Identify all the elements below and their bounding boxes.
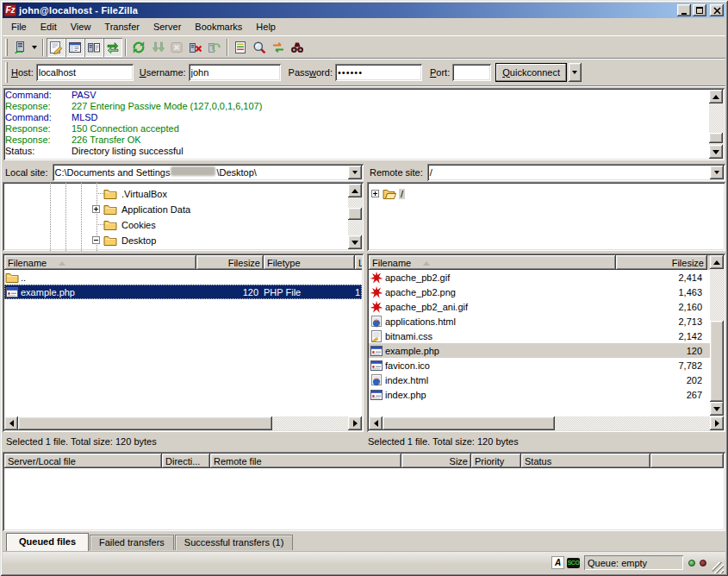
process-queue-button[interactable] [148, 38, 167, 57]
close-button[interactable] [710, 4, 724, 16]
toggle-local-tree-button[interactable] [65, 38, 84, 57]
scroll-up-button[interactable] [709, 90, 723, 103]
tab-successful-transfers-1-[interactable]: Successful transfers (1) [175, 535, 294, 550]
column-header-filesize[interactable]: Filesize [196, 255, 264, 270]
column-header-filename[interactable]: Filename [369, 255, 616, 270]
menu-edit[interactable]: Edit [34, 20, 64, 34]
local-hscrollbar[interactable] [4, 416, 362, 430]
tab-queued-files[interactable]: Queued files [6, 533, 89, 551]
password-input[interactable] [335, 64, 422, 81]
find-files-button[interactable] [288, 38, 307, 57]
filesize: 2,713 [616, 316, 707, 327]
combo-dropdown-button[interactable] [710, 166, 724, 179]
queue-column-priority[interactable]: Priority [471, 454, 521, 468]
file-row-index-html[interactable]: index.html202 [369, 373, 710, 387]
tree-item-cookies[interactable]: Cookies [92, 217, 158, 232]
scroll-up-button[interactable] [710, 255, 724, 269]
scroll-thumb[interactable] [383, 416, 555, 430]
quickconnect-bar: Host: Username: Password: Port: Quickcon… [3, 58, 725, 85]
tree-item-desktop[interactable]: Desktop [92, 233, 158, 247]
menu-help[interactable]: Help [249, 20, 283, 34]
combo-dropdown-button[interactable] [348, 166, 362, 179]
local-tree: .VirtualBoxApplication DataCookiesDeskto… [3, 182, 364, 251]
tab-failed-transfers[interactable]: Failed transfers [90, 535, 174, 550]
maximize-button[interactable] [693, 4, 706, 16]
queue-column-remote-file[interactable]: Remote file [210, 454, 401, 468]
quickconnect-button[interactable]: Quickconnect [495, 63, 567, 82]
tree-item--virtualbox[interactable]: .VirtualBox [92, 186, 169, 201]
tree-item-root[interactable]: / [371, 186, 405, 201]
collapse-icon[interactable] [92, 236, 100, 244]
cancel-operation-button[interactable] [167, 38, 186, 57]
remote-files: apache_pb2.gif2,414apache_pb2.png1,463ap… [369, 270, 710, 416]
menu-file[interactable]: File [4, 20, 34, 34]
queue-column-size[interactable]: Size [401, 454, 471, 468]
log-scrollbar[interactable] [709, 90, 723, 159]
quickconnect-grip[interactable] [5, 62, 8, 83]
column-header-filename[interactable]: Filename [4, 255, 196, 270]
toggle-transfer-queue-button[interactable] [103, 38, 122, 57]
expand-icon[interactable] [371, 190, 379, 197]
port-input[interactable] [452, 64, 491, 81]
toggle-remote-tree-button[interactable] [84, 38, 103, 57]
disconnect-button[interactable] [186, 38, 205, 57]
encryption-icon: SCO [567, 558, 580, 568]
log-line: Response:226 Transfer OK [5, 135, 725, 146]
remote-vscrollbar[interactable] [710, 255, 724, 416]
file-row-applications-html[interactable]: applications.html2,713 [369, 314, 710, 329]
refresh-button[interactable] [129, 38, 148, 57]
site-manager-button[interactable] [10, 38, 29, 57]
scroll-left-button[interactable] [369, 416, 383, 430]
tree-item-application-data[interactable]: Application Data [92, 202, 192, 216]
reconnect-button[interactable] [205, 38, 224, 57]
queue-column-directi-[interactable]: Directi... [162, 454, 210, 468]
local-path-combo[interactable]: C:\Documents and Settings\Desktop\ [53, 164, 364, 181]
scroll-right-button[interactable] [710, 416, 724, 430]
file-row-apache_pb2-png[interactable]: apache_pb2.png1,463 [369, 285, 710, 299]
local-tree-scrollbar[interactable] [348, 184, 362, 249]
file-row-example-php[interactable]: example.php120PHP File1 [4, 285, 362, 299]
queue-column-status[interactable]: Status [521, 454, 650, 468]
column-header-filesize[interactable]: Filesize [616, 255, 707, 270]
directory-listing-filters-button[interactable] [231, 38, 250, 57]
column-header-filetype[interactable]: Filetype [264, 255, 355, 270]
minimize-button[interactable] [677, 4, 691, 16]
file-row-index-php[interactable]: index.php267 [369, 387, 710, 402]
file-row-apache_pb2_ani-gif[interactable]: apache_pb2_ani.gif2,160 [369, 299, 710, 314]
toggle-message-log-button[interactable] [47, 38, 65, 57]
scroll-down-button[interactable] [709, 145, 723, 159]
scroll-up-button[interactable] [348, 184, 362, 197]
file-row-favicon-ico[interactable]: favicon.ico7,782 [369, 358, 710, 373]
site-manager-dropdown[interactable] [29, 38, 40, 57]
scroll-thumb[interactable] [18, 416, 272, 430]
toolbar-grip[interactable] [5, 39, 8, 56]
synchronized-browsing-button[interactable] [269, 38, 288, 57]
menu-bookmarks[interactable]: Bookmarks [188, 20, 249, 34]
host-input[interactable] [36, 64, 134, 81]
scroll-thumb[interactable] [348, 208, 362, 220]
scroll-down-button[interactable] [710, 402, 724, 416]
file-row-apache_pb2-gif[interactable]: apache_pb2.gif2,414 [369, 270, 710, 285]
directory-comparison-button[interactable] [250, 38, 269, 57]
file-row-bitnami-css[interactable]: bitnami.css2,142 [369, 329, 710, 343]
remote-hscrollbar[interactable] [369, 416, 724, 430]
quickconnect-dropdown[interactable] [569, 63, 582, 82]
menu-server[interactable]: Server [146, 20, 188, 34]
menu-view[interactable]: View [64, 20, 98, 34]
scroll-left-button[interactable] [4, 416, 18, 430]
file-row-example-php[interactable]: example.php120 [369, 343, 710, 358]
menu-transfer[interactable]: Transfer [97, 20, 146, 34]
column-header-l[interactable]: L [355, 255, 362, 270]
resize-grip[interactable] [712, 562, 724, 573]
scroll-thumb[interactable] [710, 321, 724, 402]
username-input[interactable] [189, 64, 281, 81]
scroll-down-button[interactable] [348, 235, 362, 249]
file-row--[interactable]: .. [4, 270, 362, 285]
scroll-right-button[interactable] [348, 416, 362, 430]
scroll-thumb[interactable] [709, 133, 723, 143]
tree-item-label: Application Data [120, 204, 192, 215]
queue-column-server-local-file[interactable]: Server/Local file [4, 454, 162, 468]
expand-icon[interactable] [92, 205, 100, 213]
redacted-username [171, 166, 215, 176]
remote-path-combo[interactable]: / [427, 164, 725, 181]
